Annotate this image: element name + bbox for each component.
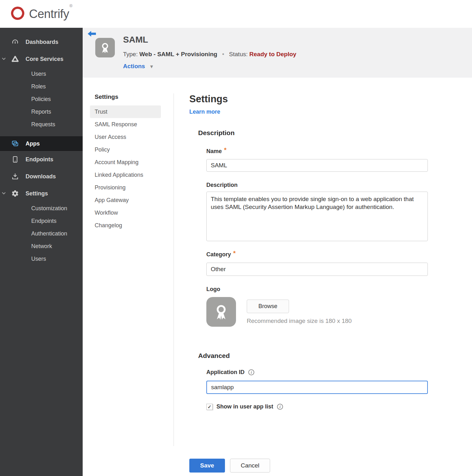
name-input[interactable]: [206, 159, 428, 172]
core-services-icon: [11, 55, 19, 63]
subnav-item-account-mapping[interactable]: Account Mapping: [90, 156, 161, 169]
sidebar-item-label: Core Services: [26, 56, 63, 62]
type-value: Web - SAML + Provisioning: [139, 51, 217, 57]
sidebar-item-core-services[interactable]: Core Services: [0, 51, 83, 68]
show-in-user-app-list-checkbox[interactable]: ✓: [206, 404, 213, 410]
subnav-title: Settings: [95, 93, 174, 100]
page-title: Settings: [189, 93, 429, 105]
sidebar-item-settings-endpoints[interactable]: Endpoints: [0, 215, 83, 227]
sidebar-item-endpoints[interactable]: Endpoints: [0, 151, 83, 168]
subnav-item-linked-applications[interactable]: Linked Applications: [90, 169, 161, 181]
sidebar-item-requests[interactable]: Requests: [0, 118, 83, 131]
required-asterisk: *: [233, 250, 236, 257]
centrify-logo-icon: [9, 5, 26, 23]
sidebar-item-label: Downloads: [26, 173, 56, 180]
app-header: SAML Type: Web - SAML + Provisioning • S…: [83, 28, 472, 78]
sidebar-item-settings-users[interactable]: Users: [0, 253, 83, 265]
apps-icon: [11, 140, 19, 147]
status-value: Ready to Deploy: [249, 51, 296, 57]
application-id-input[interactable]: [206, 381, 428, 394]
gear-icon: [11, 190, 19, 197]
app-logo-preview: [206, 297, 236, 327]
application-id-field-group: Application ID i: [206, 369, 429, 394]
advanced-section-heading: Advanced: [198, 352, 429, 360]
subnav-item-policy[interactable]: Policy: [90, 143, 161, 156]
brand: Centrify®: [9, 5, 72, 23]
back-arrow-icon[interactable]: [88, 31, 96, 37]
sidebar-item-policies[interactable]: Policies: [0, 93, 83, 105]
sidebar-item-label: Apps: [26, 140, 40, 147]
sidebar: Dashboards Core Services Users Roles Pol…: [0, 28, 83, 476]
subnav-item-user-access[interactable]: User Access: [90, 131, 161, 143]
subnav-item-changelog[interactable]: Changelog: [90, 219, 161, 232]
info-icon[interactable]: i: [277, 404, 283, 410]
app-logo-badge: [95, 38, 115, 57]
learn-more-link[interactable]: Learn more: [189, 109, 220, 115]
ribbon-icon: [212, 303, 230, 321]
sidebar-item-apps[interactable]: Apps: [0, 136, 83, 151]
show-in-user-app-list-label: Show in user app list: [216, 403, 273, 410]
settings-subnav: Settings Trust SAML Response User Access…: [83, 93, 174, 476]
cancel-button[interactable]: Cancel: [230, 459, 270, 473]
subnav-item-saml-response[interactable]: SAML Response: [90, 118, 161, 131]
description-section-heading: Description: [198, 129, 429, 137]
subnav-list: Trust SAML Response User Access Policy A…: [90, 105, 161, 232]
subnav-item-workflow[interactable]: Workflow: [90, 206, 161, 219]
vertical-divider: [174, 93, 174, 446]
chevron-down-icon[interactable]: [2, 57, 6, 61]
sidebar-item-downloads[interactable]: Downloads: [0, 168, 83, 185]
logo-label: Logo: [206, 286, 220, 292]
caret-down-icon: ▼: [149, 64, 154, 69]
form-footer: Save Cancel: [189, 459, 429, 473]
sidebar-item-users[interactable]: Users: [0, 68, 83, 80]
logo-field-group: Logo Browse: [206, 286, 429, 327]
application-id-label: Application ID: [206, 369, 245, 376]
sidebar-item-roles[interactable]: Roles: [0, 80, 83, 93]
sidebar-item-label: Settings: [26, 190, 48, 197]
logo-hint-text: Recommended image size is 180 x 180: [247, 318, 352, 324]
info-icon[interactable]: i: [248, 369, 254, 375]
page-body: Settings Trust SAML Response User Access…: [83, 78, 472, 476]
browse-button[interactable]: Browse: [247, 300, 289, 313]
sidebar-item-customization[interactable]: Customization: [0, 202, 83, 215]
tablet-icon: [11, 156, 19, 163]
name-field-group: Name*: [206, 147, 429, 172]
ribbon-icon: [99, 41, 111, 54]
app-meta: Type: Web - SAML + Provisioning • Status…: [123, 51, 296, 58]
sidebar-item-network[interactable]: Network: [0, 240, 83, 253]
description-section: Description Name* Description This templ…: [198, 129, 429, 327]
chevron-down-icon[interactable]: [2, 191, 6, 195]
meta-separator: •: [222, 51, 224, 57]
registered-mark: ®: [69, 3, 72, 8]
settings-form: Settings Learn more Description Name* De…: [189, 93, 429, 476]
sidebar-item-label: Endpoints: [26, 156, 53, 163]
top-bar: Centrify®: [0, 0, 472, 28]
sidebar-item-dashboards[interactable]: Dashboards: [0, 33, 83, 51]
advanced-section: Advanced Application ID i ✓ Show in user…: [198, 352, 429, 410]
app-name: SAML: [123, 35, 148, 45]
required-asterisk: *: [224, 146, 227, 153]
actions-menu-button[interactable]: Actions ▼: [123, 63, 154, 70]
download-icon: [11, 173, 19, 180]
subnav-item-app-gateway[interactable]: App Gateway: [90, 194, 161, 206]
description-textarea[interactable]: This template enables you to provide sin…: [206, 192, 428, 241]
subnav-item-trust[interactable]: Trust: [90, 105, 161, 118]
sidebar-item-settings[interactable]: Settings: [0, 185, 83, 202]
description-field-group: Description This template enables you to…: [206, 182, 429, 241]
category-input[interactable]: [206, 263, 428, 276]
category-field-group: Category*: [206, 251, 429, 276]
brand-name: Centrify®: [29, 7, 72, 21]
name-label: Name: [206, 148, 222, 154]
sidebar-item-reports[interactable]: Reports: [0, 105, 83, 118]
category-label: Category: [206, 251, 231, 258]
subnav-item-provisioning[interactable]: Provisioning: [90, 181, 161, 194]
sidebar-item-authentication[interactable]: Authentication: [0, 227, 83, 240]
description-label: Description: [206, 182, 238, 188]
type-label: Type:: [123, 51, 138, 57]
save-button[interactable]: Save: [189, 459, 225, 473]
gauge-icon: [11, 38, 19, 46]
show-in-user-app-list-group: ✓ Show in user app list i: [206, 403, 429, 410]
sidebar-item-label: Dashboards: [26, 39, 58, 45]
status-label: Status:: [229, 51, 248, 57]
content-area: SAML Type: Web - SAML + Provisioning • S…: [83, 28, 472, 476]
